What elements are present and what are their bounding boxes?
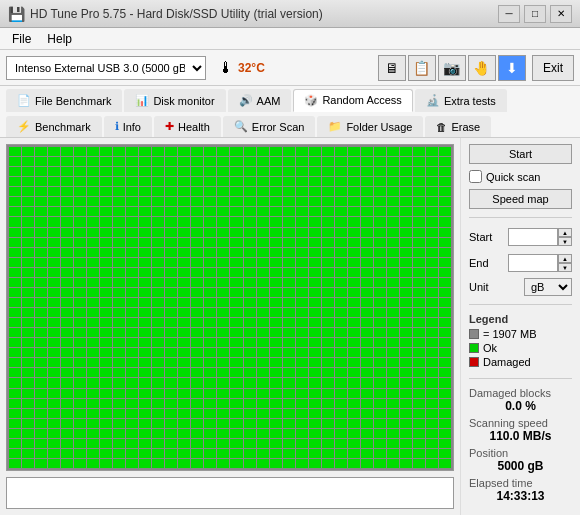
icon-btn-5[interactable]: ⬇ bbox=[498, 55, 526, 81]
grid-cell bbox=[400, 338, 412, 347]
tab-error-scan[interactable]: 🔍 Error Scan bbox=[223, 116, 316, 138]
tab-erase[interactable]: 🗑 Erase bbox=[425, 116, 491, 138]
grid-cell bbox=[413, 459, 425, 468]
grid-cell bbox=[400, 187, 412, 196]
grid-cell bbox=[113, 228, 125, 237]
menu-file[interactable]: File bbox=[4, 30, 39, 48]
grid-cell bbox=[335, 228, 347, 237]
grid-cell bbox=[22, 368, 34, 377]
grid-cell bbox=[257, 268, 269, 277]
end-value-input[interactable]: 5000 bbox=[508, 254, 558, 272]
close-button[interactable]: ✕ bbox=[550, 5, 572, 23]
grid-cell bbox=[217, 308, 229, 317]
tab-extra-tests[interactable]: 🔬 Extra tests bbox=[415, 89, 507, 112]
grid-cell bbox=[439, 308, 451, 317]
grid-cell bbox=[283, 328, 295, 337]
grid-cell bbox=[296, 399, 308, 408]
exit-button[interactable]: Exit bbox=[532, 55, 574, 81]
grid-cell bbox=[35, 248, 47, 257]
grid-cell bbox=[126, 197, 138, 206]
speed-map-button[interactable]: Speed map bbox=[469, 189, 572, 209]
grid-cell bbox=[113, 217, 125, 226]
grid-cell bbox=[361, 318, 373, 327]
grid-cell bbox=[413, 187, 425, 196]
grid-cell bbox=[270, 368, 282, 377]
start-value-input[interactable]: 0 bbox=[508, 228, 558, 246]
tab-file-benchmark[interactable]: 📄 File Benchmark bbox=[6, 89, 122, 112]
grid-cell bbox=[35, 449, 47, 458]
quick-scan-checkbox[interactable] bbox=[469, 170, 482, 183]
grid-cell bbox=[22, 348, 34, 357]
grid-cell bbox=[426, 318, 438, 327]
grid-cell bbox=[126, 318, 138, 327]
grid-cell bbox=[439, 429, 451, 438]
start-decrement[interactable]: ▼ bbox=[558, 237, 572, 246]
grid-cell bbox=[9, 378, 21, 387]
grid-cell bbox=[100, 449, 112, 458]
grid-cell bbox=[283, 368, 295, 377]
grid-cell bbox=[217, 248, 229, 257]
grid-cell bbox=[309, 429, 321, 438]
unit-row: Unit gB MB bbox=[469, 278, 572, 296]
grid-cell bbox=[35, 167, 47, 176]
grid-cell bbox=[191, 288, 203, 297]
title-bar: 💾 HD Tune Pro 5.75 - Hard Disk/SSD Utili… bbox=[0, 0, 580, 28]
grid-cell bbox=[113, 328, 125, 337]
grid-cell bbox=[139, 439, 151, 448]
tab-aam[interactable]: 🔊 AAM bbox=[228, 89, 292, 112]
icon-btn-1[interactable]: 🖥 bbox=[378, 55, 406, 81]
grid-cell bbox=[309, 328, 321, 337]
tab-folder-usage[interactable]: 📁 Folder Usage bbox=[317, 116, 423, 138]
grid-cell bbox=[61, 449, 73, 458]
icon-btn-4[interactable]: 🤚 bbox=[468, 55, 496, 81]
end-increment[interactable]: ▲ bbox=[558, 254, 572, 263]
grid-cell bbox=[74, 358, 86, 367]
grid-cell bbox=[374, 378, 386, 387]
grid-cell bbox=[283, 348, 295, 357]
grid-cell bbox=[35, 157, 47, 166]
grid-cell bbox=[100, 268, 112, 277]
grid-cell bbox=[9, 248, 21, 257]
grid-cell bbox=[361, 167, 373, 176]
grid-cell bbox=[204, 278, 216, 287]
grid-cell bbox=[374, 409, 386, 418]
grid-cell bbox=[426, 268, 438, 277]
tab-benchmark[interactable]: ⚡ Benchmark bbox=[6, 116, 102, 138]
grid-cell bbox=[35, 278, 47, 287]
tab-disk-monitor[interactable]: 📊 Disk monitor bbox=[124, 89, 225, 112]
grid-cell bbox=[374, 348, 386, 357]
menu-help[interactable]: Help bbox=[39, 30, 80, 48]
end-decrement[interactable]: ▼ bbox=[558, 263, 572, 272]
grid-cell bbox=[178, 268, 190, 277]
unit-select[interactable]: gB MB bbox=[524, 278, 572, 296]
grid-cell bbox=[283, 409, 295, 418]
tab-random-access[interactable]: 🎲 Random Access bbox=[293, 89, 412, 112]
grid-cell bbox=[400, 348, 412, 357]
grid-cell bbox=[61, 338, 73, 347]
grid-cell bbox=[139, 147, 151, 156]
icon-btn-2[interactable]: 📋 bbox=[408, 55, 436, 81]
icon-btn-3[interactable]: 📷 bbox=[438, 55, 466, 81]
legend-item-damaged: Damaged bbox=[469, 356, 572, 368]
tab-health[interactable]: ✚ Health bbox=[154, 116, 221, 138]
grid-cell bbox=[35, 429, 47, 438]
grid-cell bbox=[126, 308, 138, 317]
grid-cell bbox=[113, 429, 125, 438]
grid-cell bbox=[244, 157, 256, 166]
maximize-button[interactable]: □ bbox=[524, 5, 546, 23]
tab-info[interactable]: ℹ Info bbox=[104, 116, 152, 138]
grid-cell bbox=[204, 197, 216, 206]
grid-cell bbox=[400, 197, 412, 206]
start-increment[interactable]: ▲ bbox=[558, 228, 572, 237]
grid-cell bbox=[100, 207, 112, 216]
grid-cell bbox=[100, 278, 112, 287]
grid-cell bbox=[113, 167, 125, 176]
grid-cell bbox=[74, 348, 86, 357]
grid-cell bbox=[217, 167, 229, 176]
start-button[interactable]: Start bbox=[469, 144, 572, 164]
drive-select[interactable]: Intenso External USB 3.0 (5000 gB) bbox=[6, 56, 206, 80]
minimize-button[interactable]: ─ bbox=[498, 5, 520, 23]
grid-cell bbox=[283, 318, 295, 327]
grid-cell bbox=[9, 308, 21, 317]
grid-cell bbox=[387, 449, 399, 458]
